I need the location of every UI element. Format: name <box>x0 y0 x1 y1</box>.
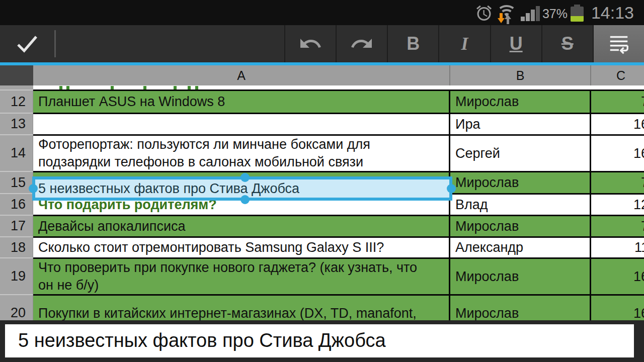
italic-label: I <box>461 33 468 54</box>
cell-C16[interactable]: 12 <box>591 193 644 215</box>
confirm-button[interactable] <box>0 25 54 62</box>
battery-icon <box>571 5 584 22</box>
cell-C18[interactable]: 11 <box>591 236 644 257</box>
strikethrough-label: S <box>561 33 574 54</box>
row-header-15[interactable]: 15 <box>0 171 33 193</box>
cell-C20[interactable]: 16 <box>591 294 644 320</box>
app-screen: 37% 14:13 B I U S <box>0 0 644 362</box>
underline-label: U <box>510 33 523 54</box>
underline-button[interactable]: U <box>490 25 541 62</box>
table-row: 13Ира16 <box>0 113 644 134</box>
table-row: 17Девайсы апокалипсисаМирослав7 <box>0 215 644 236</box>
undo-button[interactable] <box>284 25 336 62</box>
network-traffic-arrows-icon <box>497 13 514 24</box>
cell-C19[interactable]: 16 <box>591 257 644 294</box>
selection-handle-right[interactable] <box>447 184 456 193</box>
clipped-text-fragment <box>143 86 146 89</box>
cell-A13[interactable] <box>33 113 450 134</box>
cell-A14[interactable]: Фоторепортаж: пользуются ли минчане бокс… <box>33 134 450 171</box>
redo-icon <box>350 32 374 56</box>
cell-A18[interactable]: Сколько стоит отремонтировать Samsung Ga… <box>33 236 450 257</box>
clock-time: 14:13 <box>591 3 634 23</box>
toolbar-divider <box>54 30 56 57</box>
clipped-text-fragment <box>174 86 177 89</box>
bold-label: B <box>407 33 420 54</box>
battery-percent: 37% <box>542 7 568 21</box>
selection-handle-top[interactable] <box>240 173 250 182</box>
bold-button[interactable]: B <box>387 25 438 62</box>
partial-row-11 <box>0 85 644 89</box>
select-all-corner[interactable] <box>0 65 33 85</box>
table-row: 14Фоторепортаж: пользуются ли минчане бо… <box>0 134 644 171</box>
column-header-a[interactable]: A <box>33 65 450 85</box>
cell-B14[interactable]: Сергей <box>450 134 591 171</box>
undo-icon <box>298 32 323 56</box>
format-buttons: B I U S <box>284 25 644 62</box>
clipped-text-fragment <box>111 86 114 89</box>
table-row: 20Покупки в китайских интернет-магазинах… <box>0 294 644 320</box>
clipped-text-fragment <box>66 86 69 89</box>
row-header-19[interactable]: 19 <box>0 257 33 294</box>
italic-button[interactable]: I <box>438 25 490 62</box>
cell-edit-bar: 5 неизвестных фактов про Стива Джобса <box>0 320 644 362</box>
selected-cell-a13[interactable]: 5 неизвестных фактов про Стива Джобса <box>32 176 452 201</box>
column-header-b[interactable]: B <box>450 65 591 85</box>
table-row: 18Сколько стоит отремонтировать Samsung … <box>0 236 644 257</box>
column-header-c[interactable]: C <box>591 65 644 85</box>
cell-B16[interactable]: Влад <box>450 193 591 215</box>
row-header-16[interactable]: 16 <box>0 193 33 215</box>
status-bar: 37% 14:13 <box>0 0 644 25</box>
cell-A20[interactable]: Покупки в китайских интернет-магазинах (… <box>33 294 450 320</box>
row-header-14[interactable]: 14 <box>0 134 33 171</box>
checkmark-icon <box>12 32 43 56</box>
cell-C17[interactable]: 7 <box>591 215 644 236</box>
wrap-text-button[interactable] <box>593 25 644 62</box>
cell-C13[interactable]: 16 <box>591 113 644 134</box>
clipped-text-fragment <box>195 86 198 89</box>
cell-B18[interactable]: Александр <box>450 236 591 257</box>
selected-cell-text: 5 неизвестных фактов про Стива Джобса <box>38 181 299 197</box>
cell-C14[interactable]: 16 <box>591 134 644 171</box>
clipped-text-fragment <box>59 86 62 89</box>
signal-bars-icon <box>521 6 541 21</box>
cell-B13[interactable]: Ира <box>450 113 591 134</box>
row-header-18[interactable]: 18 <box>0 236 33 257</box>
rows-container: 12Планшет ASUS на Windows 8Мирослав713Ир… <box>0 89 644 320</box>
clipped-text-fragment <box>188 86 191 89</box>
cell-edit-input[interactable]: 5 неизвестных фактов про Стива Джобса <box>5 324 634 357</box>
cell-C12[interactable]: 7 <box>591 89 644 113</box>
cell-B19[interactable]: Мирослав <box>450 257 591 294</box>
spreadsheet-grid: A B C 12Планшет ASUS на Windows 8Миросла… <box>0 65 644 320</box>
table-row: 12Планшет ASUS на Windows 8Мирослав7 <box>0 89 644 113</box>
strikethrough-button[interactable]: S <box>541 25 593 62</box>
cell-C15[interactable]: 7 <box>591 171 644 193</box>
cell-B15[interactable]: Мирослав <box>450 171 591 193</box>
redo-button[interactable] <box>336 25 387 62</box>
row-header-13[interactable]: 13 <box>0 113 33 134</box>
selection-handle-bottom[interactable] <box>240 195 250 204</box>
column-header-row: A B C <box>0 65 644 85</box>
cell-B17[interactable]: Мирослав <box>450 215 591 236</box>
row-header-20[interactable]: 20 <box>0 294 33 320</box>
cell-B20[interactable]: Мирослав <box>450 294 591 320</box>
wrap-text-icon <box>607 32 630 55</box>
selection-handle-left[interactable] <box>29 184 38 193</box>
cell-A19[interactable]: Что проверить при покупке нового гаджета… <box>33 257 450 294</box>
edit-toolbar: B I U S <box>0 25 644 62</box>
table-row: 19Что проверить при покупке нового гадже… <box>0 257 644 294</box>
cell-A12[interactable]: Планшет ASUS на Windows 8 <box>33 89 450 113</box>
row-header-12[interactable]: 12 <box>0 89 33 113</box>
cell-B12[interactable]: Мирослав <box>450 89 591 113</box>
row-header-17[interactable]: 17 <box>0 215 33 236</box>
cell-A17[interactable]: Девайсы апокалипсиса <box>33 215 450 236</box>
alarm-icon <box>475 4 493 22</box>
